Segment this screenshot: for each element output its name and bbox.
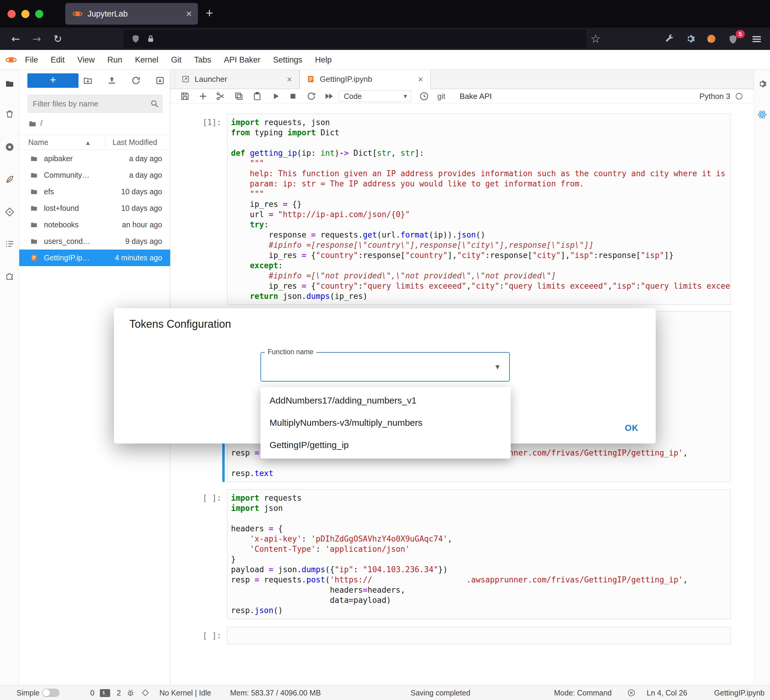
trash-icon[interactable] xyxy=(5,109,15,119)
terminal-icon[interactable]: $_ xyxy=(100,689,110,697)
window-minimize-button[interactable] xyxy=(21,10,29,18)
filter-input[interactable] xyxy=(33,94,147,113)
file-row[interactable]: users_cond…9 days ago xyxy=(19,233,170,250)
jupyter-menu-bar: FileEditViewRunKernelGitTabsAPI BakerSet… xyxy=(0,50,770,70)
extensions-icon[interactable] xyxy=(5,271,15,281)
menu-edit[interactable]: Edit xyxy=(45,50,71,70)
simple-mode-toggle[interactable] xyxy=(42,689,60,697)
kernel-status[interactable]: No Kernel | Idle xyxy=(159,685,211,700)
kernel-name[interactable]: Python 3 xyxy=(699,89,730,103)
ok-button[interactable]: OK xyxy=(613,420,650,435)
bookmark-star-icon[interactable]: ☆ xyxy=(589,27,602,50)
tab-close-icon[interactable]: × xyxy=(286,70,292,89)
menu-view[interactable]: View xyxy=(71,50,101,70)
stop-kernel-icon[interactable] xyxy=(288,91,298,101)
cursor-position[interactable]: Ln 4, Col 26 xyxy=(647,685,687,700)
breadcrumb[interactable]: / xyxy=(40,118,42,128)
save-icon[interactable] xyxy=(180,91,190,101)
chevron-down-icon: ▾ xyxy=(495,353,500,381)
menu-settings[interactable]: Settings xyxy=(267,50,309,70)
kernel-status-icon[interactable] xyxy=(736,93,742,100)
new-tab-button[interactable]: + xyxy=(206,0,213,26)
file-row[interactable]: lost+found10 days ago xyxy=(19,200,170,217)
gear-extension-icon[interactable] xyxy=(685,34,696,44)
upload-icon[interactable] xyxy=(107,76,117,86)
menu-file[interactable]: File xyxy=(19,50,45,70)
code-cell-editor[interactable]: import requests, jsonfrom typing import … xyxy=(227,114,731,305)
cut-cell-icon[interactable] xyxy=(216,91,225,101)
filter-box[interactable] xyxy=(28,94,163,113)
tab-close-icon[interactable]: × xyxy=(418,70,423,89)
shield-icon[interactable] xyxy=(131,34,140,43)
file-row[interactable]: Community…a day ago xyxy=(19,167,170,183)
folder-icon xyxy=(30,221,38,229)
atom-icon[interactable] xyxy=(757,110,767,120)
dropdown-option[interactable]: MultiplyNumbers-v3/multiply_numbers xyxy=(260,412,511,434)
run-cell-icon[interactable] xyxy=(271,91,280,101)
orange-extension-icon[interactable] xyxy=(706,34,717,44)
dropdown-option[interactable]: AddNumbers17/adding_numbers_v1 xyxy=(260,390,511,412)
tab-notebook[interactable]: GettingIP.ipynb × xyxy=(299,70,431,89)
breadcrumb-folder-icon[interactable] xyxy=(28,120,37,128)
menu-git[interactable]: Git xyxy=(165,50,188,70)
right-sidebar xyxy=(754,70,770,685)
file-row[interactable]: apibakera day ago xyxy=(19,150,170,167)
clock-icon[interactable] xyxy=(419,91,429,101)
function-name-select[interactable]: ▾ xyxy=(260,352,510,382)
diamond-icon[interactable] xyxy=(141,689,149,697)
menu-api-baker[interactable]: API Baker xyxy=(217,50,267,70)
paste-cell-icon[interactable] xyxy=(252,91,262,101)
kernel-count[interactable]: 2 xyxy=(117,685,121,700)
restart-run-all-icon[interactable] xyxy=(324,91,333,101)
back-button[interactable]: ← xyxy=(9,27,22,50)
status-filename: GettingIP.ipynb xyxy=(714,685,765,700)
bug-icon[interactable] xyxy=(126,689,135,697)
wrench-icon[interactable] xyxy=(664,34,675,44)
terminal-count[interactable]: 0 xyxy=(90,685,94,700)
tab-launcher-label: Launcher xyxy=(195,70,227,89)
browser-tab[interactable]: JupyterLab × xyxy=(65,3,198,25)
window-zoom-button[interactable] xyxy=(35,10,43,18)
status-bar: Simple 0 $_ 2 No Kernel | Idle Mem: 583.… xyxy=(0,685,770,700)
tab-close-icon[interactable]: × xyxy=(186,3,192,24)
add-cell-icon[interactable] xyxy=(198,91,208,101)
file-row[interactable]: notebooksan hour ago xyxy=(19,217,170,233)
git-icon[interactable] xyxy=(5,207,15,217)
menu-run[interactable]: Run xyxy=(101,50,129,70)
command-mode[interactable]: Mode: Command xyxy=(554,685,612,700)
menu-tabs[interactable]: Tabs xyxy=(188,50,217,70)
gear-icon[interactable] xyxy=(757,79,767,89)
dropdown-option[interactable]: GettingIP/getting_ip xyxy=(260,434,511,456)
restart-kernel-icon[interactable] xyxy=(306,91,316,101)
reload-button[interactable]: ↻ xyxy=(51,27,65,50)
forward-button[interactable]: → xyxy=(30,27,43,50)
tab-notebook-label: GettingIP.ipynb xyxy=(320,70,372,89)
file-browser-icon[interactable] xyxy=(5,79,15,89)
copy-cell-icon[interactable] xyxy=(234,91,244,101)
lock-icon[interactable] xyxy=(146,34,155,43)
bake-api-button[interactable]: Bake API xyxy=(459,89,492,103)
header-name[interactable]: Name xyxy=(28,135,49,149)
new-folder-icon[interactable] xyxy=(83,76,93,86)
feather-icon[interactable] xyxy=(5,175,15,184)
code-cell-editor[interactable] xyxy=(227,627,731,644)
git-toolbar-button[interactable]: git xyxy=(437,89,445,103)
cell-type-value: Code xyxy=(344,91,362,102)
header-modified[interactable]: Last Modified xyxy=(113,135,157,149)
url-bar[interactable] xyxy=(123,30,587,48)
file-row[interactable]: efs10 days ago xyxy=(19,183,170,200)
hamburger-menu-icon[interactable]: ≡ xyxy=(749,27,764,50)
refresh-icon[interactable] xyxy=(131,76,141,86)
code-cell-editor[interactable]: import requestsimport json headers = { '… xyxy=(227,489,731,619)
menu-kernel[interactable]: Kernel xyxy=(129,50,165,70)
cell-type-select[interactable]: Code ▾ xyxy=(339,91,411,102)
file-row-selected[interactable]: GettingIP.ip…4 minutes ago xyxy=(19,250,170,266)
toc-icon[interactable] xyxy=(5,239,15,249)
new-launcher-button[interactable]: + xyxy=(28,73,79,88)
clone-repository-icon[interactable] xyxy=(155,76,165,86)
circle-x-icon[interactable] xyxy=(627,689,636,697)
running-sessions-icon[interactable] xyxy=(5,142,15,152)
window-close-button[interactable] xyxy=(8,10,16,18)
menu-help[interactable]: Help xyxy=(309,50,338,70)
tab-launcher[interactable]: Launcher × xyxy=(175,70,299,89)
